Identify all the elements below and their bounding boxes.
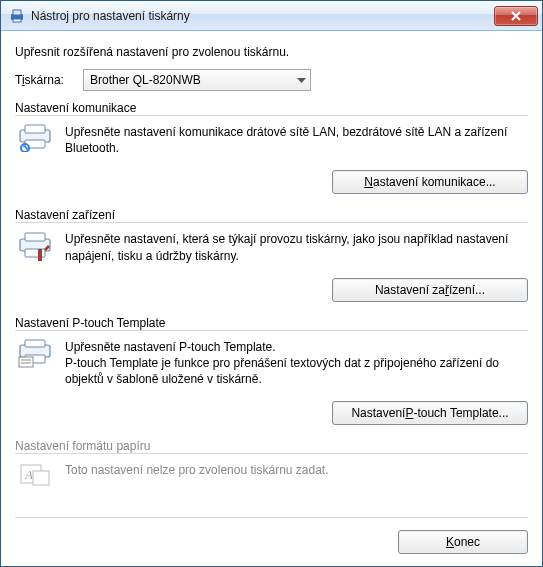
group-paper: Nastavení formátu papíru A Toto nastaven…	[15, 441, 528, 488]
template-settings-button[interactable]: Nastavení P-touch Template...	[332, 401, 528, 425]
group-template-legend: Nastavení P-touch Template	[15, 316, 172, 330]
group-paper-desc: Toto nastavení nelze pro zvolenou tiskár…	[65, 462, 528, 488]
printer-tools-icon	[18, 231, 52, 263]
svg-text:A: A	[24, 467, 33, 482]
group-communication-legend: Nastavení komunikace	[15, 101, 142, 115]
group-device-legend: Nastavení zařízení	[15, 208, 121, 222]
svg-rect-8	[25, 233, 45, 241]
svg-rect-14	[19, 357, 33, 367]
svg-rect-19	[33, 471, 49, 485]
group-device-desc: Upřesněte nastavení, která se týkají pro…	[65, 231, 528, 263]
printer-selected-value: Brother QL-820NWB	[90, 73, 201, 87]
svg-rect-2	[13, 19, 21, 22]
printer-select[interactable]: Brother QL-820NWB	[83, 69, 311, 91]
device-settings-button[interactable]: Nastavení zařízení...	[332, 278, 528, 302]
group-template-desc: Upřesněte nastavení P-touch Template. P-…	[65, 339, 528, 388]
page-subtitle: Upřesnit rozšířená nastavení pro zvoleno…	[15, 45, 528, 59]
close-icon	[510, 11, 522, 21]
svg-rect-4	[25, 125, 45, 133]
group-device: Nastavení zařízení Upřesněte nastavení, …	[15, 210, 528, 301]
paper-format-icon: A	[19, 462, 51, 488]
group-template: Nastavení P-touch Template Upřesněte nas…	[15, 318, 528, 426]
app-icon	[9, 8, 25, 24]
printer-network-icon	[17, 124, 53, 152]
group-communication-desc: Upřesněte nastavení komunikace drátové s…	[65, 124, 528, 156]
communication-settings-button[interactable]: Nastavení komunikace...	[332, 170, 528, 194]
group-communication: Nastavení komunikace Upřesněte nastavení…	[15, 103, 528, 194]
printer-label: Tiskárna:	[15, 73, 73, 87]
group-paper-legend: Nastavení formátu papíru	[15, 439, 156, 453]
chevron-down-icon	[297, 73, 306, 87]
svg-rect-10	[38, 249, 42, 261]
printer-template-icon	[17, 339, 53, 369]
close-button[interactable]	[494, 6, 538, 26]
svg-rect-12	[25, 340, 45, 347]
titlebar: Nástroj pro nastavení tiskárny	[1, 1, 542, 31]
close-footer-button[interactable]: Konec	[398, 530, 528, 554]
window-title: Nástroj pro nastavení tiskárny	[31, 9, 494, 23]
svg-rect-1	[13, 10, 21, 15]
